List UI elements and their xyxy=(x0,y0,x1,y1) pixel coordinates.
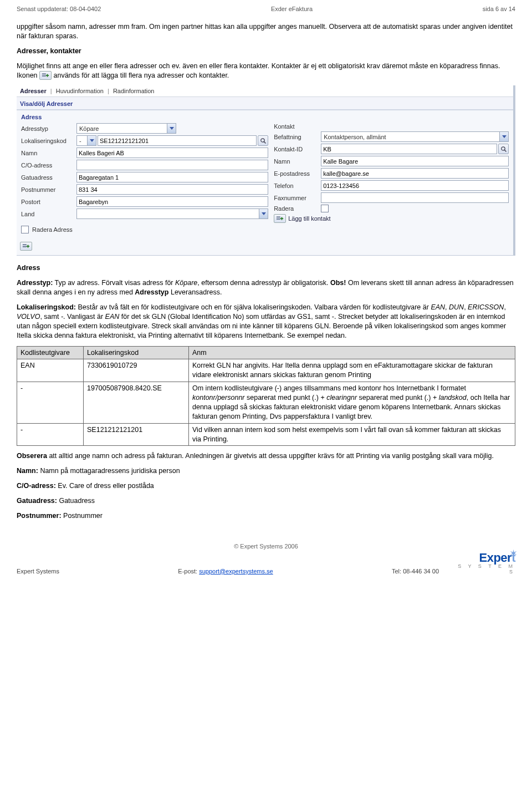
adresstyp-paragraph: Adresstyp: Typ av adress. Förvalt visas … xyxy=(17,278,515,297)
table-row: EAN 7330619010729 Korrekt GLN har angivi… xyxy=(17,359,515,382)
app-screenshot: Adresser | Huvudinformation | Radinforma… xyxy=(17,85,515,256)
lbl-gatuadress: Gatuadress xyxy=(21,174,76,181)
lbl-lokaliseringskod: Lokaliseringskod xyxy=(21,138,76,144)
tab-radinformation[interactable]: Radinformation xyxy=(113,88,155,94)
add-contact-label[interactable]: Lägg till kontakt xyxy=(288,215,330,222)
cell: - xyxy=(17,423,84,446)
table-header-row: Kodlisteutgivare Lokaliseringskod Anm xyxy=(17,346,515,359)
lbl-kontakt: Kontakt xyxy=(274,123,321,130)
input-kontakt-namn[interactable] xyxy=(321,156,509,166)
cell: Vid vilken annan intern kod som helst ex… xyxy=(189,423,515,446)
lbl-befattning: Befattning xyxy=(274,134,321,140)
table-row: - 197005087908.8420.SE Om intern kodlist… xyxy=(17,382,515,424)
input-kontakt-id[interactable] xyxy=(321,144,497,154)
tabs-bar: Adresser | Huvudinformation | Radinforma… xyxy=(17,85,513,97)
input-lokaliseringskod[interactable] xyxy=(98,135,257,146)
th-anm: Anm xyxy=(189,346,515,359)
adresser-heading: Adresser, kontakter xyxy=(17,47,515,56)
lbl-namn: Namn xyxy=(21,150,76,156)
obserera-paragraph: Obserera att alltid ange namn och adress… xyxy=(17,451,515,461)
input-postort[interactable] xyxy=(76,196,268,207)
svg-rect-1 xyxy=(42,75,46,77)
svg-line-3 xyxy=(264,141,265,143)
add-contact-icon[interactable] xyxy=(274,214,286,223)
lbl-co-adress: C/O-adress xyxy=(21,162,76,169)
svg-rect-7 xyxy=(277,218,280,220)
svg-rect-6 xyxy=(277,217,280,218)
svg-rect-0 xyxy=(42,74,46,75)
page-header: Senast uppdaterat: 08-04-0402 Exder eFak… xyxy=(17,0,515,17)
adress-heading: Adress xyxy=(17,263,515,273)
cell: - xyxy=(17,382,84,424)
cell: EAN xyxy=(17,359,84,382)
lbl-land: Land xyxy=(21,211,76,217)
lbl-epost: E-postadress xyxy=(274,170,321,177)
adress-column: Adresstyp Köpare Lokaliseringskod - xyxy=(21,121,268,235)
checkbox-radera-kontakt[interactable] xyxy=(321,205,329,212)
toggle-adresser[interactable]: Visa/dölj Adresser xyxy=(17,97,513,110)
footer-right-wrap: Tel: 08-446 34 00 ✶ Expert S Y S T E M S xyxy=(392,551,515,575)
tab-adresser[interactable]: Adresser xyxy=(20,88,47,94)
expert-logo: ✶ Expert S Y S T E M S xyxy=(449,551,515,575)
codes-table: Kodlisteutgivare Lokaliseringskod Anm EA… xyxy=(17,346,515,446)
co-paragraph: C/O-adress: Ev. Care of dress eller post… xyxy=(17,481,515,491)
footer-copyright: © Expert Systems 2006 xyxy=(17,543,515,550)
input-co-adress[interactable] xyxy=(76,160,268,170)
page-footer: © Expert Systems 2006 Expert Systems E-p… xyxy=(17,543,515,575)
panel-title-adress: Adress xyxy=(21,114,509,120)
svg-line-5 xyxy=(504,150,506,151)
th-lokaliseringskod: Lokaliseringskod xyxy=(84,346,189,359)
intro-paragraph: uppgifter såsom namn, adresser mm fram. … xyxy=(17,22,515,41)
lbl-fax: Faxnummer xyxy=(274,195,321,201)
header-center: Exder eFaktura xyxy=(271,6,313,12)
lokkod-paragraph: Lokaliseringskod: Består av två fält en … xyxy=(17,303,515,340)
svg-point-2 xyxy=(260,139,264,142)
footer-center: E-post: support@expertsystems.se xyxy=(178,568,273,575)
input-gatuadress[interactable] xyxy=(76,172,268,182)
postnummer-paragraph: Postnummer: Postnummer xyxy=(17,511,515,521)
th-kodlisteutgivare: Kodlisteutgivare xyxy=(17,346,84,359)
cell: SE121212121201 xyxy=(84,423,189,446)
select-adresstyp[interactable]: Köpare xyxy=(76,123,176,134)
add-address-icon[interactable] xyxy=(20,242,32,251)
gatuadress-paragraph: Gatuadress: Gatuadress xyxy=(17,496,515,506)
lbl-adresstyp: Adresstyp xyxy=(21,125,76,132)
lbl-kontakt-id: Kontakt-ID xyxy=(274,146,321,153)
footer-left: Expert Systems xyxy=(17,568,59,575)
select-befattning[interactable]: Kontaktperson, allmänt xyxy=(321,131,509,142)
lbl-radera-adress: Radera Adress xyxy=(32,226,73,233)
lbl-telefon: Telefon xyxy=(274,182,321,189)
cell: 7330619010729 xyxy=(84,359,189,382)
tab-huvudinformation[interactable]: Huvudinformation xyxy=(56,88,104,94)
input-telefon[interactable] xyxy=(321,180,509,191)
input-epost[interactable] xyxy=(321,168,509,179)
namn-paragraph: Namn: Namn på mottagaradressens juridisk… xyxy=(17,466,515,476)
input-postnummer[interactable] xyxy=(76,184,268,195)
select-lokkod-utgivare[interactable]: - xyxy=(76,135,96,146)
footer-tel: Tel: 08-446 34 00 xyxy=(392,568,439,575)
lbl-kontakt-namn: Namn xyxy=(274,158,321,165)
search-kontakt-icon[interactable] xyxy=(498,144,509,154)
cell: Om intern kodlisteutgivare (-) anges til… xyxy=(189,382,515,424)
kontakt-column: Kontakt Befattning Kontaktperson, allmän… xyxy=(274,121,509,235)
lbl-radera-kontakt: Radera xyxy=(274,205,321,212)
svg-rect-9 xyxy=(23,246,27,247)
svg-rect-8 xyxy=(23,245,27,246)
checkbox-radera-adress[interactable] xyxy=(21,226,29,233)
svg-point-4 xyxy=(501,147,504,150)
cell: Korrekt GLN har angivits. Har Itella den… xyxy=(189,359,515,382)
lbl-postort: Postort xyxy=(21,199,76,205)
input-fax[interactable] xyxy=(321,192,509,203)
header-left: Senast uppdaterat: 08-04-0402 xyxy=(17,6,101,12)
cell: 197005087908.8420.SE xyxy=(84,382,189,424)
star-icon: ✶ xyxy=(509,547,518,560)
adresser-paragraph: Möjlighet finns att ange en eller flera … xyxy=(17,62,515,80)
header-right: sida 6 av 14 xyxy=(483,6,515,12)
footer-email-link[interactable]: support@expertsystems.se xyxy=(199,568,273,575)
lbl-postnummer: Postnummer xyxy=(21,186,76,193)
add-row-icon xyxy=(39,71,52,80)
input-namn[interactable] xyxy=(76,148,268,158)
search-lokkod-icon[interactable] xyxy=(258,135,268,146)
select-land[interactable] xyxy=(76,209,268,219)
table-row: - SE121212121201 Vid vilken annan intern… xyxy=(17,423,515,446)
